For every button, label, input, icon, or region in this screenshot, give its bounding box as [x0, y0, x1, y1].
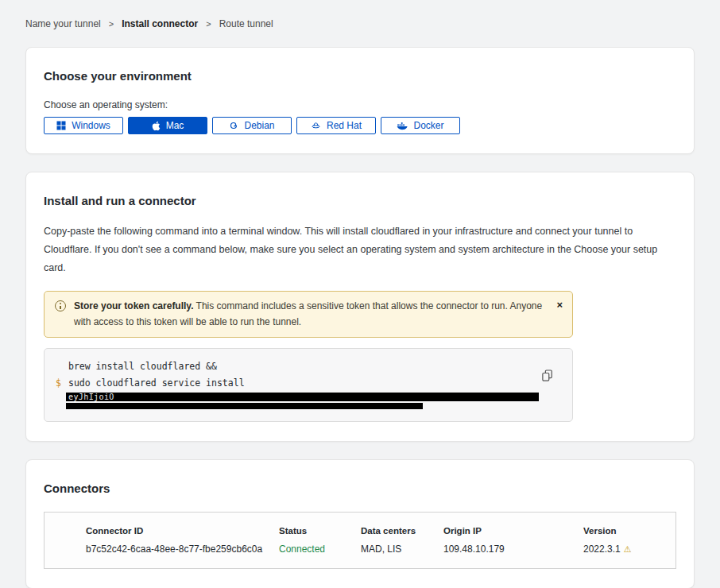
connectors-table-header: Connector ID Status Data centers Origin … — [45, 526, 675, 536]
column-header-data-centers: Data centers — [361, 526, 443, 536]
close-icon[interactable]: × — [556, 299, 563, 311]
token-warning-banner: Store your token carefully. This command… — [44, 291, 573, 337]
cell-origin-ip: 109.48.10.179 — [443, 544, 583, 555]
copy-icon[interactable] — [542, 369, 553, 382]
os-button-redhat[interactable]: Red Hat — [296, 117, 376, 134]
cell-version: 2022.3.1⚠ — [583, 544, 663, 555]
code-line-text: brew install cloudflared && — [68, 358, 217, 375]
redacted-token-bar: eyJhIjoiO — [66, 393, 539, 401]
code-line-text: sudo cloudflared service install — [68, 375, 245, 392]
version-warning-icon: ⚠ — [624, 544, 632, 554]
install-card-title: Install and run a connector — [44, 194, 676, 207]
info-icon — [55, 300, 66, 311]
os-button-debian[interactable]: Debian — [212, 117, 292, 134]
os-button-label: Windows — [72, 120, 110, 131]
table-row: b7c52c42-6caa-48ee-8c77-fbe259cb6c0a Con… — [45, 536, 675, 555]
cell-data-centers: MAD, LIS — [361, 544, 443, 555]
docker-icon — [397, 122, 408, 130]
cell-connector-id: b7c52c42-6caa-48ee-8c77-fbe259cb6c0a — [86, 544, 279, 555]
column-header-connector-id: Connector ID — [86, 526, 279, 536]
os-select-label: Choose an operating system: — [44, 99, 676, 110]
redhat-icon — [311, 121, 321, 130]
token-warning-text: Store your token carefully. This command… — [74, 299, 544, 329]
connectors-card: Connectors Connector ID Status Data cent… — [25, 459, 695, 588]
connectors-table: Connector ID Status Data centers Origin … — [44, 512, 676, 569]
shell-prompt: $ — [56, 375, 68, 392]
version-text: 2022.3.1 — [583, 544, 621, 555]
connectors-card-title: Connectors — [44, 482, 676, 495]
breadcrumb-install-connector[interactable]: Install connector — [122, 18, 198, 29]
breadcrumb-separator: > — [109, 19, 114, 29]
install-command-block: brew install cloudflared && $ sudo cloud… — [44, 348, 573, 422]
environment-card: Choose your environment Choose an operat… — [25, 47, 695, 154]
os-button-label: Debian — [244, 120, 274, 131]
os-button-windows[interactable]: Windows — [44, 117, 123, 134]
column-header-origin-ip: Origin IP — [443, 526, 583, 536]
status-badge: Connected — [279, 544, 361, 555]
column-header-version: Version — [583, 526, 663, 536]
breadcrumb-name-your-tunnel[interactable]: Name your tunnel — [25, 18, 101, 29]
breadcrumb-separator: > — [206, 19, 211, 29]
redacted-token-area: eyJhIjoiO — [66, 393, 540, 409]
os-button-label: Docker — [413, 120, 443, 131]
os-button-group: Windows Mac Debian Red Hat — [44, 117, 676, 134]
column-header-status: Status — [279, 526, 361, 536]
os-button-label: Red Hat — [327, 120, 362, 131]
install-card: Install and run a connector Copy-paste t… — [25, 172, 695, 442]
debian-icon — [229, 121, 238, 130]
apple-icon — [152, 121, 161, 131]
page: Name your tunnel > Install connector > R… — [0, 0, 720, 588]
code-line: brew install cloudflared && — [56, 358, 540, 375]
code-line: $ sudo cloudflared service install — [56, 375, 540, 392]
token-warning-bold: Store your token carefully. — [74, 300, 194, 311]
install-description: Copy-paste the following command into a … — [44, 222, 676, 277]
os-button-mac[interactable]: Mac — [128, 117, 207, 134]
breadcrumb: Name your tunnel > Install connector > R… — [25, 0, 695, 29]
redacted-token-bar — [66, 403, 423, 409]
os-button-docker[interactable]: Docker — [381, 117, 460, 134]
code-gutter — [56, 358, 68, 375]
breadcrumb-route-tunnel[interactable]: Route tunnel — [219, 18, 273, 29]
environment-card-title: Choose your environment — [44, 69, 676, 83]
windows-icon — [56, 121, 66, 130]
os-button-label: Mac — [166, 120, 184, 131]
